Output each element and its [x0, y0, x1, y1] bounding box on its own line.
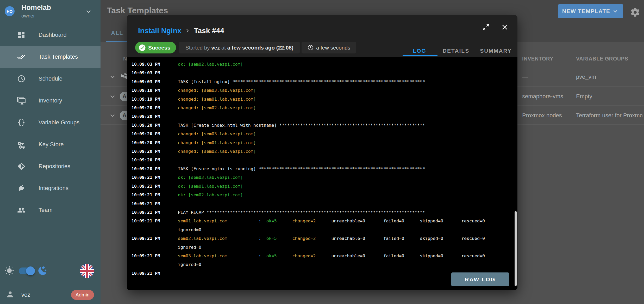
log-timestamp: 10:09:03 PM [132, 60, 174, 69]
expand-dialog-icon[interactable] [482, 23, 490, 31]
log-message: changed: [sem02.lab.vezpi.com] [178, 104, 510, 112]
sidebar-item-label: Integrations [39, 185, 68, 192]
check-all-icon [17, 53, 26, 61]
project-name: Homelab [21, 4, 51, 12]
new-template-button[interactable]: NEW TEMPLATE [558, 4, 623, 18]
dark-theme-moon-icon[interactable] [37, 265, 48, 276]
log-timestamp: 10:09:20 PM [132, 156, 174, 164]
sidebar-item-integrations[interactable]: Integrations [0, 177, 101, 199]
row-expand-chevron-icon[interactable] [108, 73, 117, 81]
sidebar-item-task-templates[interactable]: Task Templates [0, 46, 101, 68]
sidebar-item-label: Variable Groups [39, 119, 79, 126]
log-line: 10:09:20 PM [132, 156, 510, 164]
log-timestamp: 10:09:20 PM [132, 130, 174, 138]
tab-all[interactable]: ALL [106, 30, 128, 36]
close-icon[interactable] [501, 23, 509, 31]
project-switcher-chevron-icon[interactable] [84, 7, 93, 16]
duration-chip: a few seconds [302, 42, 356, 53]
started-by-chip: Started by vez at a few seconds ago (22:… [179, 42, 300, 53]
monitor-icon [17, 96, 26, 105]
log-message: TASK [Install nginx] *******************… [178, 77, 510, 86]
clock-icon [17, 75, 26, 83]
log-line: 10:09:20 PMchanged: [sem03.lab.vezpi.com… [132, 130, 510, 138]
log-line: 10:09:21 PMsem03.lab.vezpi.com : ok=5 ch… [132, 252, 510, 269]
log-timestamp: 10:09:03 PM [132, 77, 174, 86]
template-link[interactable]: Install Nginx [138, 27, 181, 35]
check-circle-icon [138, 44, 146, 52]
column-header-variable-groups: VARIABLE GROUPS [576, 56, 628, 62]
cell-variable-groups: pve_vm [576, 74, 596, 80]
keys-icon [17, 140, 26, 149]
theme-toggle[interactable] [19, 267, 34, 274]
cell-inventory: semaphore-vms [522, 93, 563, 100]
user-account-icon[interactable] [6, 290, 15, 299]
tab-summary[interactable]: SUMMARY [480, 48, 512, 54]
column-header-inventory: INVENTORY [522, 56, 553, 62]
log-message: ok: [sem01.lab.vezpi.com] [178, 182, 510, 191]
sidebar-item-label: Team [39, 207, 53, 214]
sidebar-item-repositories[interactable]: Repositories [0, 155, 101, 177]
log-line: 10:09:20 PMchanged: [sem01.lab.vezpi.com… [132, 138, 510, 147]
log-line: 10:09:20 PM [132, 112, 510, 121]
log-message: ok: [sem02.lab.vezpi.com] [178, 191, 510, 199]
log-line: 10:09:21 PMok: [sem03.lab.vezpi.com] [132, 173, 510, 182]
log-line: 10:09:03 PMTASK [Install nginx] ********… [132, 77, 510, 86]
tab-all-underline [106, 41, 128, 42]
log-timestamp: 10:09:21 PM [132, 199, 174, 208]
log-message: changed: [sem01.lab.vezpi.com] [178, 138, 510, 147]
log-line: 10:09:21 PM [132, 199, 510, 208]
row-expand-chevron-icon[interactable] [108, 111, 117, 120]
log-scrollbar-thumb[interactable] [515, 211, 517, 286]
log-message: changed: [sem03.lab.vezpi.com] [178, 130, 510, 138]
log-message: changed: [sem03.lab.vezpi.com] [178, 86, 510, 95]
sidebar-item-key-store[interactable]: Key Store [0, 133, 101, 155]
sidebar-item-inventory[interactable]: Inventory [0, 90, 101, 112]
sidebar-item-dashboard[interactable]: Dashboard [0, 24, 101, 46]
log-message: ok: [sem02.lab.vezpi.com] [178, 60, 510, 69]
log-message [178, 156, 510, 164]
sidebar-item-schedule[interactable]: Schedule [0, 68, 101, 90]
sidebar-item-team[interactable]: Team [0, 199, 101, 221]
status-label: Success [148, 45, 170, 51]
braces-icon [17, 118, 26, 127]
log-line: 10:09:20 PMTASK [Ensure nginx is running… [132, 165, 510, 173]
settings-gear-icon[interactable] [630, 7, 640, 17]
started-time: a few seconds ago (22:08) [227, 45, 293, 51]
log-timestamp: 10:09:20 PM [132, 165, 174, 173]
log-timestamp: 10:09:20 PM [132, 112, 174, 121]
theme-toggle-thumb[interactable] [26, 266, 35, 275]
admin-badge: Admin [71, 290, 94, 300]
log-timestamp: 10:09:21 PM [132, 269, 174, 278]
log-line: 10:09:18 PMchanged: [sem03.lab.vezpi.com… [132, 86, 510, 95]
sidebar-item-label: Schedule [39, 75, 62, 82]
log-line: 10:09:21 PMPLAY RECAP ******************… [132, 208, 510, 217]
log-message: ok: [sem03.lab.vezpi.com] [178, 173, 510, 182]
log-line: 10:09:21 PMsem01.lab.vezpi.com : ok=5 ch… [132, 217, 510, 234]
task-dialog: Install Nginx Task #44 Success Started b… [127, 15, 517, 290]
sidebar-item-label: Repositories [39, 163, 70, 170]
sidebar-item-label: Task Templates [39, 53, 78, 60]
tab-details[interactable]: DETAILS [443, 48, 469, 54]
light-theme-sun-icon[interactable] [5, 266, 14, 275]
log-message: changed: [sem01.lab.vezpi.com] [178, 95, 510, 104]
log-line: 10:09:03 PMok: [sem02.lab.vezpi.com] [132, 60, 510, 69]
sidebar-item-label: Inventory [39, 97, 62, 104]
sidebar-item-variable-groups[interactable]: Variable Groups [0, 112, 101, 133]
tab-log[interactable]: LOG [413, 48, 426, 54]
user-name[interactable]: vez [21, 291, 30, 298]
raw-log-button[interactable]: RAW LOG [451, 272, 509, 286]
log-message: TASK [Create index.html with hostname] *… [178, 121, 510, 130]
active-tab-underline [403, 55, 437, 56]
log-timestamp: 10:09:21 PM [132, 252, 174, 269]
row-expand-chevron-icon[interactable] [108, 92, 117, 101]
cell-inventory: — [522, 74, 528, 80]
task-dialog-breadcrumb: Install Nginx Task #44 [138, 27, 224, 35]
project-role: owner [21, 13, 35, 19]
chevron-down-icon [612, 8, 619, 15]
sidebar: HO Homelab owner Dashboard Task Template… [0, 0, 101, 304]
clock-icon [307, 44, 314, 51]
started-by-user: vez [211, 45, 220, 51]
page-title: Task Templates [107, 6, 168, 15]
log-timestamp: 10:09:21 PM [132, 217, 174, 234]
language-uk-flag-icon[interactable] [80, 264, 94, 278]
